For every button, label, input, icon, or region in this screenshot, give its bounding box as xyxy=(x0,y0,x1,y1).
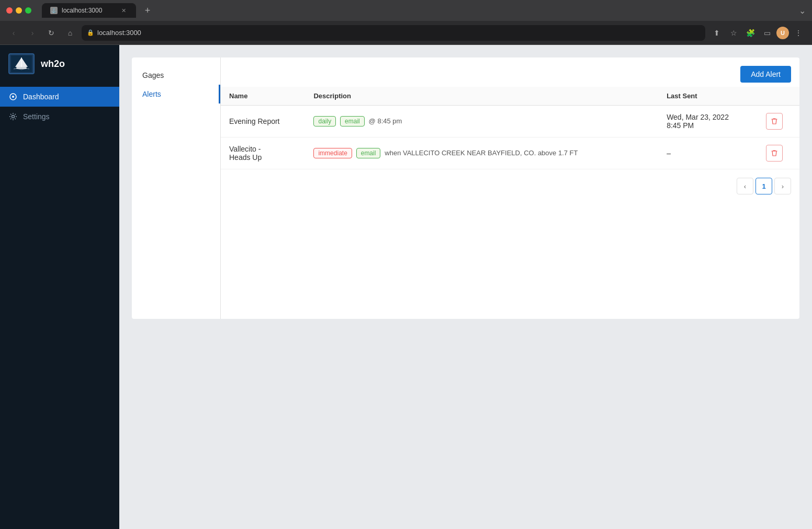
logo-image xyxy=(8,53,35,74)
tab-bar: ⚓ localhost:3000 ✕ + ⌄ xyxy=(42,3,806,18)
subnav-item-alerts[interactable]: Alerts xyxy=(132,85,220,104)
lock-icon: 🔒 xyxy=(87,29,94,36)
col-header-name: Name xyxy=(221,87,305,106)
badge-immediate: immediate xyxy=(313,148,352,158)
app-container: wh2o Dashboard xyxy=(0,45,812,529)
tab-label: localhost:3000 xyxy=(62,7,102,14)
alert-last-sent: – xyxy=(658,137,757,169)
sidebar-item-settings-label: Settings xyxy=(23,112,50,121)
browser-window: ⚓ localhost:3000 ✕ + ⌄ ‹ › ↻ ⌂ 🔒 localho… xyxy=(0,0,812,529)
alert-actions xyxy=(758,106,799,137)
table-row: Vallecito -Heads Up immediate email when… xyxy=(221,137,799,169)
menu-icon[interactable]: ⋮ xyxy=(791,26,806,40)
settings-icon xyxy=(8,112,18,121)
table-header-row: Name Description Last Sent xyxy=(221,87,799,106)
alerts-header: Add Alert xyxy=(221,58,799,87)
home-button[interactable]: ⌂ xyxy=(63,26,77,40)
sidebar-item-dashboard[interactable]: Dashboard xyxy=(0,87,119,107)
maximize-window-button[interactable] xyxy=(25,7,31,14)
pagination-page-1-button[interactable]: 1 xyxy=(755,178,772,194)
subnav-item-gages[interactable]: Gages xyxy=(132,66,220,85)
subnav: Gages Alerts xyxy=(132,58,221,319)
browser-titlebar: ⚓ localhost:3000 ✕ + ⌄ xyxy=(0,0,812,21)
trash-icon xyxy=(771,118,778,125)
toolbar-icons: ⬆ ☆ 🧩 ▭ U ⋮ xyxy=(709,26,806,40)
sidebar-toggle-icon[interactable]: ▭ xyxy=(760,26,774,40)
badge-daily: daily xyxy=(313,116,336,126)
tab-close-button[interactable]: ✕ xyxy=(119,6,128,15)
alert-description: immediate email when VALLECITO CREEK NEA… xyxy=(305,137,658,169)
pagination: ‹ 1 › xyxy=(221,169,799,203)
sidebar-logo: wh2o xyxy=(0,53,119,87)
alerts-panel: Add Alert Name Description Last Sent xyxy=(221,58,799,319)
reload-button[interactable]: ↻ xyxy=(44,26,59,40)
col-header-actions xyxy=(758,87,799,106)
minimize-window-button[interactable] xyxy=(16,7,22,14)
logo-svg xyxy=(11,55,32,72)
col-header-description: Description xyxy=(305,87,658,106)
extension-icon[interactable]: 🧩 xyxy=(743,26,758,40)
browser-tab[interactable]: ⚓ localhost:3000 ✕ xyxy=(42,3,136,18)
table-row: Evening Report daily email @ 8:45 pm Wed… xyxy=(221,106,799,137)
pagination-next-button[interactable]: › xyxy=(774,178,791,194)
svg-point-5 xyxy=(12,96,14,98)
close-window-button[interactable] xyxy=(6,7,13,14)
main-content: Gages Alerts Add Alert Name xyxy=(119,45,812,529)
app-name: wh2o xyxy=(41,59,65,70)
sidebar-item-settings[interactable]: Settings xyxy=(0,107,119,126)
sidebar-item-dashboard-label: Dashboard xyxy=(23,93,59,101)
alert-name: Evening Report xyxy=(221,106,305,137)
delete-alert-button[interactable] xyxy=(766,113,783,130)
sidebar: wh2o Dashboard xyxy=(0,45,119,529)
col-header-last-sent: Last Sent xyxy=(658,87,757,106)
forward-button[interactable]: › xyxy=(25,26,40,40)
alert-desc-detail: when VALLECITO CREEK NEAR BAYFIELD, CO. … xyxy=(385,149,578,157)
svg-rect-3 xyxy=(21,58,22,67)
alerts-table: Name Description Last Sent Evening Repor… xyxy=(221,87,799,169)
badge-email: email xyxy=(340,116,365,126)
pagination-prev-button[interactable]: ‹ xyxy=(737,178,753,194)
avatar[interactable]: U xyxy=(776,27,789,39)
new-tab-button[interactable]: + xyxy=(140,3,155,18)
tab-bar-dropdown[interactable]: ⌄ xyxy=(799,6,806,16)
alert-description: daily email @ 8:45 pm xyxy=(305,106,658,137)
back-button[interactable]: ‹ xyxy=(6,26,21,40)
trash-icon xyxy=(771,150,778,157)
sidebar-nav: Dashboard Settings xyxy=(0,87,119,126)
share-icon[interactable]: ⬆ xyxy=(709,26,724,40)
url-text: localhost:3000 xyxy=(97,29,141,37)
add-alert-button[interactable]: Add Alert xyxy=(740,66,791,83)
alert-name: Vallecito -Heads Up xyxy=(221,137,305,169)
badge-email: email xyxy=(356,148,381,158)
address-bar[interactable]: 🔒 localhost:3000 xyxy=(82,25,705,41)
alert-last-sent: Wed, Mar 23, 20228:45 PM xyxy=(658,106,757,137)
delete-alert-button[interactable] xyxy=(766,145,783,162)
content-panel: Gages Alerts Add Alert Name xyxy=(132,58,799,319)
tab-favicon-icon: ⚓ xyxy=(50,7,58,14)
svg-point-6 xyxy=(12,116,15,118)
alert-desc-detail: @ 8:45 pm xyxy=(369,117,402,125)
dashboard-icon xyxy=(8,92,18,101)
bookmark-icon[interactable]: ☆ xyxy=(726,26,741,40)
traffic-lights xyxy=(6,7,31,14)
alert-actions xyxy=(758,137,799,169)
address-bar-row: ‹ › ↻ ⌂ 🔒 localhost:3000 ⬆ ☆ 🧩 ▭ U ⋮ xyxy=(0,21,812,45)
